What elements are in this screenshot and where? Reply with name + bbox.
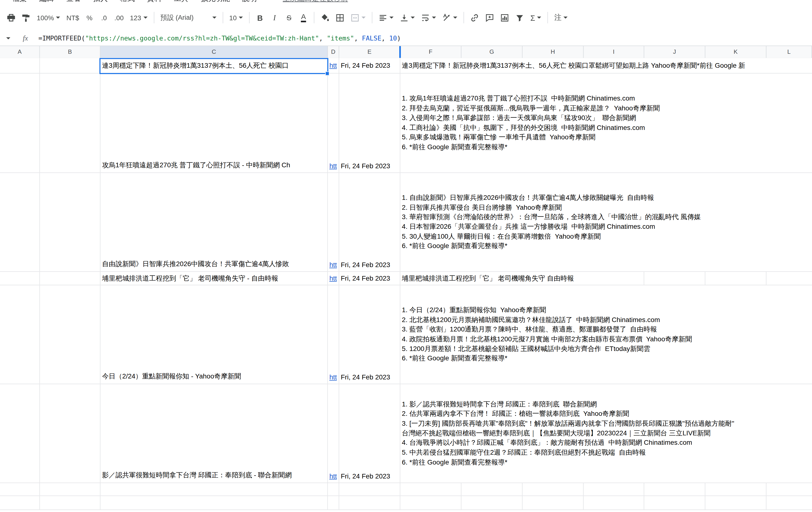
cell-F1[interactable]: 連3周穩定下降！新冠肺炎增1萬3137例本土、56人死亡 校園口罩鬆綁可望如期上…: [400, 58, 812, 73]
create-filter-button[interactable]: [513, 10, 527, 25]
insert-comment-button[interactable]: [483, 10, 497, 25]
cell-link[interactable]: htt: [329, 62, 337, 69]
cell-L8[interactable]: [766, 496, 812, 510]
cell-D1[interactable]: htt: [328, 58, 339, 73]
cell-E3[interactable]: Fri, 24 Feb 2023: [339, 173, 400, 271]
paint-format-button[interactable]: [19, 10, 33, 25]
menu-data[interactable]: 資料: [147, 0, 162, 4]
menu-insert[interactable]: 插入: [93, 0, 108, 4]
vertical-align-button[interactable]: [397, 10, 417, 25]
merge-cells-button[interactable]: [348, 10, 368, 25]
cell-B4[interactable]: [40, 272, 100, 285]
currency-format-button[interactable]: NT$: [64, 10, 82, 25]
menu-extensions[interactable]: 擴充功能: [201, 0, 230, 4]
cell-K8[interactable]: [705, 496, 766, 510]
cell-B2[interactable]: [40, 73, 100, 172]
cell-F3[interactable]: 1. 自由說新聞》日智庫兵推2026中國攻台！共軍傷亡逾4萬人慘敗關鍵曝光 自由…: [400, 173, 812, 271]
cell-link[interactable]: htt: [329, 162, 337, 170]
cell-E1[interactable]: Fri, 24 Feb 2023: [339, 58, 400, 73]
cell-A8[interactable]: [0, 496, 40, 510]
cell-C3[interactable]: 自由說新聞》日智庫兵推2026中國攻台！共軍傷亡逾4萬人慘敗: [100, 173, 328, 271]
cell-J4[interactable]: [644, 272, 705, 285]
cell-C1-active[interactable]: 連3周穩定下降！新冠肺炎增1萬3137例本土、56人死亡 校園口: [100, 58, 328, 73]
name-box[interactable]: [0, 37, 17, 39]
cell-link[interactable]: htt: [329, 373, 337, 381]
insert-link-button[interactable]: [468, 10, 482, 25]
cell-C2[interactable]: 攻烏1年狂噴遠超過270兆 普丁鐵了心照打不誤 - 中時新聞網 Ch: [100, 73, 328, 172]
cell-B1[interactable]: [40, 58, 100, 73]
cell-G7[interactable]: [461, 483, 522, 495]
cell-J7[interactable]: [644, 483, 705, 495]
cell-A5[interactable]: [0, 285, 40, 384]
cell-A3[interactable]: [0, 173, 40, 271]
column-header-g[interactable]: G: [461, 46, 522, 58]
input-tools-button[interactable]: 注: [552, 10, 570, 25]
cell-E8[interactable]: [339, 496, 400, 510]
borders-button[interactable]: [333, 10, 347, 25]
text-color-button[interactable]: A: [297, 10, 310, 25]
cell-D7[interactable]: [328, 483, 339, 495]
cell-A1[interactable]: [0, 58, 40, 73]
cell-J8[interactable]: [644, 496, 705, 510]
cell-B5[interactable]: [40, 285, 100, 384]
cell-D6[interactable]: htt: [328, 384, 339, 483]
menu-view[interactable]: 查看: [66, 0, 81, 4]
print-button[interactable]: [4, 10, 18, 25]
cell-F5[interactable]: 1. 今日（2/24）重點新聞報你知 Yahoo奇摩新聞 2. 北北基桃1200…: [400, 285, 812, 384]
percent-format-button[interactable]: %: [83, 10, 96, 25]
cell-F6[interactable]: 1. 影／認共軍很難短時間拿下台灣 邱國正：奉陪到底 聯合新聞網 2. 估共軍兩…: [400, 384, 812, 483]
cell-E4[interactable]: Fri, 24 Feb 2023: [339, 272, 400, 285]
cell-C6[interactable]: 影／認共軍很難短時間拿下台灣 邱國正：奉陪到底 - 聯合新聞網: [100, 384, 328, 483]
decrease-decimals-button[interactable]: .0: [97, 10, 111, 25]
column-header-a[interactable]: A: [0, 46, 40, 58]
cell-D8[interactable]: [328, 496, 339, 510]
column-header-j[interactable]: J: [644, 46, 705, 58]
cell-K4[interactable]: [705, 272, 766, 285]
cell-K7[interactable]: [705, 483, 766, 495]
cell-A6[interactable]: [0, 384, 40, 483]
menu-file[interactable]: 檔案: [12, 0, 27, 4]
bold-button[interactable]: B: [253, 10, 267, 25]
cell-C8[interactable]: [100, 496, 328, 510]
horizontal-align-button[interactable]: [376, 10, 396, 25]
column-header-c[interactable]: C: [100, 46, 328, 58]
column-header-l[interactable]: L: [766, 46, 812, 58]
column-header-i[interactable]: I: [584, 46, 644, 58]
cell-A2[interactable]: [0, 73, 40, 172]
column-header-e[interactable]: E: [339, 46, 400, 58]
cell-B7[interactable]: [40, 483, 100, 495]
cell-E7[interactable]: [339, 483, 400, 495]
italic-button[interactable]: I: [268, 10, 281, 25]
cell-B8[interactable]: [40, 496, 100, 510]
cell-H8[interactable]: [522, 496, 583, 510]
cell-B3[interactable]: [40, 173, 100, 271]
cell-E2[interactable]: Fri, 24 Feb 2023: [339, 73, 400, 172]
text-rotation-button[interactable]: [440, 10, 460, 25]
cell-F4[interactable]: 埔里杷城排洪道工程挖到「它」 老司機嘴角失守 自由時報: [400, 272, 644, 285]
cell-link[interactable]: htt: [329, 274, 337, 282]
column-header-k[interactable]: K: [705, 46, 766, 58]
cell-H7[interactable]: [522, 483, 583, 495]
cell-L4[interactable]: [766, 272, 812, 285]
cell-C5[interactable]: 今日（2/24）重點新聞報你知 - Yahoo奇摩新聞: [100, 285, 328, 384]
menu-tools[interactable]: 工具: [174, 0, 188, 4]
more-formats-button[interactable]: 123: [127, 10, 150, 25]
insert-chart-button[interactable]: [498, 10, 512, 25]
cell-link[interactable]: htt: [329, 261, 337, 269]
cell-D2[interactable]: htt: [328, 73, 339, 172]
cell-B6[interactable]: [40, 384, 100, 483]
cell-A7[interactable]: [0, 483, 40, 495]
zoom-select[interactable]: 100%: [34, 10, 63, 25]
cell-link[interactable]: htt: [329, 472, 337, 480]
fill-color-button[interactable]: [318, 10, 332, 25]
cell-F8[interactable]: [400, 496, 461, 510]
cell-D3[interactable]: htt: [328, 173, 339, 271]
last-edit-link[interactable]: 上次編輯是在數秒前: [283, 0, 348, 4]
cell-F7[interactable]: [400, 483, 461, 495]
column-header-b[interactable]: B: [40, 46, 100, 58]
text-wrap-button[interactable]: [418, 10, 439, 25]
cell-D5[interactable]: htt: [328, 285, 339, 384]
menu-help[interactable]: 說明: [242, 0, 257, 4]
column-header-d[interactable]: D: [328, 46, 339, 58]
cell-D4[interactable]: htt: [328, 272, 339, 285]
